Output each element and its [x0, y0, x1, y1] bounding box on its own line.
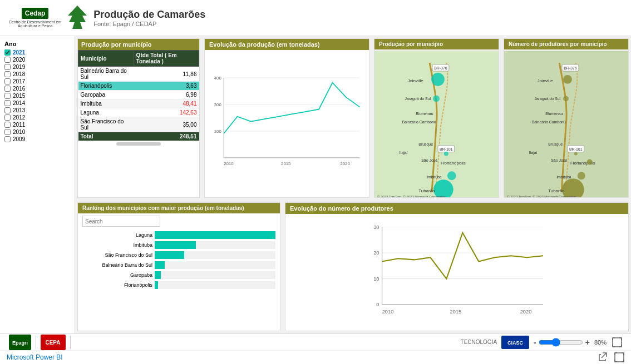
production-table: Município Qtde Total ( Em Tonelada ) Bal…: [78, 50, 199, 141]
svg-text:Tubarão: Tubarão: [548, 188, 565, 193]
year-item-2021[interactable]: 2021: [4, 49, 70, 56]
zoom-plus[interactable]: +: [585, 338, 590, 347]
svg-text:Blumenau: Blumenau: [416, 112, 433, 116]
bar-row: Florianópolis: [82, 281, 275, 289]
svg-text:Joinville: Joinville: [537, 78, 553, 83]
year-checkbox-2018[interactable]: [4, 71, 11, 77]
year-item-2012[interactable]: 2012: [4, 114, 70, 121]
page-subtitle: Fonte: Epagri / CEDAP: [93, 21, 205, 27]
table-cell-municipality: Florianópolis: [78, 82, 134, 91]
main-container: Cedap Centro de Desenvolviment emAquicul…: [0, 0, 631, 364]
bar-fill: [155, 281, 158, 289]
logo-area: Cedap Centro de Desenvolviment emAquicul…: [9, 4, 205, 31]
bottom-icons: [598, 352, 624, 362]
year-label-2012: 2012: [13, 114, 25, 121]
svg-text:400: 400: [214, 76, 222, 81]
map2-title: Número de produtores por município: [504, 39, 628, 49]
table-row: Florianópolis3,63: [78, 82, 199, 91]
svg-text:Itajaí: Itajaí: [400, 151, 408, 155]
year-label-2018: 2018: [13, 71, 25, 77]
year-checkbox-2020[interactable]: [4, 57, 11, 63]
technology-label: TECNOLOGIA: [461, 339, 497, 345]
svg-text:100: 100: [214, 129, 222, 134]
bar-label: Laguna: [82, 232, 155, 238]
table-cell-municipality: Total: [78, 132, 134, 141]
table-header-row: Município Qtde Total ( Em Tonelada ): [78, 51, 199, 67]
producers-panel: Evolução do número de produtores 30 20 1…: [285, 202, 629, 331]
header-text: Produção de Camarões Fonte: Epagri / CED…: [93, 9, 205, 27]
svg-text:BR-101: BR-101: [440, 147, 453, 151]
bar-fill: [155, 271, 161, 279]
year-label-2021: 2021: [13, 49, 25, 56]
bar-container: [155, 251, 275, 259]
year-item-2009[interactable]: 2009: [4, 136, 70, 142]
map1-title: Produção por município: [374, 39, 499, 49]
search-box: [82, 216, 275, 227]
year-item-2011[interactable]: 2011: [4, 122, 70, 128]
year-checkbox-2010[interactable]: [4, 129, 11, 135]
expand-icon[interactable]: [614, 352, 624, 362]
table-cell-municipality: Garopaba: [78, 91, 134, 99]
table-row: São Francisco do Sul35,00: [78, 117, 199, 132]
svg-text:10: 10: [373, 276, 379, 282]
year-item-2016[interactable]: 2016: [4, 86, 70, 92]
svg-point-47: [587, 159, 593, 165]
bar-label: Florianópolis: [82, 282, 155, 288]
zoom-minus[interactable]: -: [534, 338, 536, 347]
year-item-2018[interactable]: 2018: [4, 71, 70, 77]
year-checkbox-2012[interactable]: [4, 114, 11, 121]
table-scrollbar[interactable]: [116, 142, 161, 146]
year-item-2019[interactable]: 2019: [4, 64, 70, 70]
production-table-panel: Produção por município Município Qtde To…: [77, 38, 200, 198]
svg-text:Epagri: Epagri: [12, 340, 28, 346]
svg-point-36: [563, 75, 572, 84]
year-checkbox-2016[interactable]: [4, 86, 11, 92]
year-checkbox-2013[interactable]: [4, 107, 11, 113]
table-cell-municipality: Laguna: [78, 108, 134, 117]
svg-text:Brusque: Brusque: [548, 142, 563, 147]
year-label-2015: 2015: [13, 93, 25, 99]
svg-text:2015: 2015: [450, 309, 462, 315]
year-item-2014[interactable]: 2014: [4, 100, 70, 106]
year-filter: Ano 202120202019201820172016201520142013…: [4, 41, 70, 143]
year-label-2014: 2014: [13, 100, 25, 106]
year-item-2015[interactable]: 2015: [4, 93, 70, 99]
powerbi-link[interactable]: Microsoft Power BI: [7, 353, 63, 361]
bar-fill: [155, 231, 275, 239]
svg-point-48: [578, 172, 585, 179]
year-item-2013[interactable]: 2013: [4, 107, 70, 113]
table-cell-value: 48,41: [134, 99, 199, 108]
year-item-2010[interactable]: 2010: [4, 129, 70, 135]
share-icon[interactable]: [598, 352, 608, 362]
zoom-slider[interactable]: [539, 338, 583, 347]
bar-container: [155, 271, 275, 279]
search-input[interactable]: [82, 216, 160, 227]
bar-row: São Francisco do Sul: [82, 251, 275, 259]
year-checkbox-2021[interactable]: [4, 49, 11, 56]
fullscreen-icon[interactable]: [612, 337, 622, 347]
year-checkbox-2019[interactable]: [4, 64, 11, 70]
footer-logos: Epagri CEPA: [9, 335, 71, 350]
year-checkbox-2017[interactable]: [4, 78, 11, 84]
bar-row: Balneário Barra do Sul: [82, 261, 275, 269]
ranking-title: Ranking dos municípios com maior produçã…: [78, 203, 280, 213]
bar-fill: [155, 261, 165, 269]
sidebar: Ano 202120202019201820172016201520142013…: [0, 36, 75, 333]
bar-label: Imbituba: [82, 242, 155, 248]
table-row: Imbituba48,41: [78, 99, 199, 108]
year-checkbox-2009[interactable]: [4, 136, 11, 142]
svg-text:Joinville: Joinville: [407, 78, 423, 83]
footer: Epagri CEPA TECNOLOGIA CIASC - + 80%: [0, 333, 631, 351]
year-item-2017[interactable]: 2017: [4, 78, 70, 84]
year-label: Ano: [4, 41, 70, 47]
year-checkbox-2015[interactable]: [4, 93, 11, 99]
year-item-2020[interactable]: 2020: [4, 57, 70, 63]
svg-marker-0: [68, 6, 87, 29]
year-checkbox-2011[interactable]: [4, 122, 11, 128]
year-checkbox-2014[interactable]: [4, 100, 11, 106]
svg-text:São José: São José: [551, 158, 567, 162]
bar-container: [155, 261, 275, 269]
header: Cedap Centro de Desenvolviment emAquicul…: [0, 0, 631, 36]
table-row: Balneário Barra do Sul11,86: [78, 67, 199, 82]
map2-svg: BR-376 BR-101 Joinville Jaraguá do Sul B…: [504, 51, 628, 198]
